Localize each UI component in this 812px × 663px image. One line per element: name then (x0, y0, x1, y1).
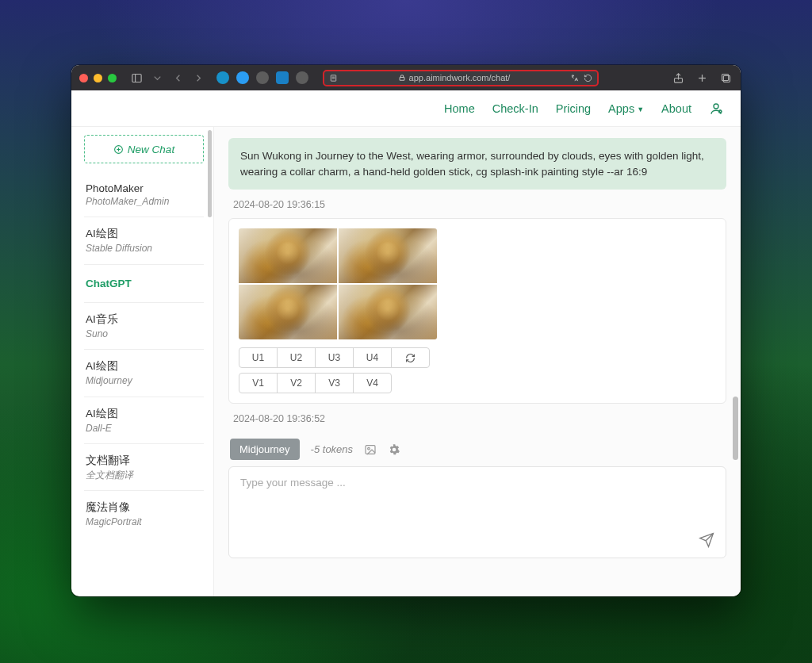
nav-apps[interactable]: Apps ▼ (608, 102, 644, 115)
sidebar-item-title: AI音乐 (86, 312, 202, 327)
sidebar-item-midjourney[interactable]: AI绘图 Midjourney (84, 350, 204, 397)
nav-pricing[interactable]: Pricing (556, 102, 591, 115)
share-icon[interactable] (671, 71, 685, 85)
sidebar-item-chatgpt[interactable]: ChatGPT (84, 265, 204, 303)
refresh-icon (405, 353, 416, 363)
svg-rect-16 (366, 445, 375, 454)
upscale-row: U1 U2 U3 U4 (239, 347, 716, 368)
svg-point-17 (368, 447, 370, 450)
reader-icon (329, 74, 338, 82)
tab-favicon[interactable] (276, 71, 289, 84)
user-prompt-bubble: Sun Wukong in Journey to the West, weari… (228, 138, 726, 190)
reload-icon[interactable] (584, 74, 592, 82)
sidebar: New Chat PhotoMaker PhotoMaker_Admin AI绘… (71, 127, 214, 596)
new-tab-icon[interactable] (695, 71, 709, 85)
gear-icon[interactable] (388, 443, 400, 456)
user-prompt-text: Sun Wukong in Journey to the West, weari… (240, 150, 704, 178)
sidebar-item-title: ChatGPT (86, 278, 202, 289)
tabs-overview-icon[interactable] (718, 71, 733, 85)
generated-image-2[interactable] (339, 228, 437, 283)
sidebar-item-title: AI绘图 (86, 227, 202, 241)
sidebar-item-photomaker[interactable]: PhotoMaker PhotoMaker_Admin (84, 173, 204, 217)
address-bar[interactable]: app.aimindwork.com/chat/ (323, 70, 599, 86)
maximize-window-button[interactable] (108, 74, 117, 82)
v4-button[interactable]: V4 (353, 373, 392, 393)
back-button[interactable] (170, 71, 185, 85)
sidebar-item-sd[interactable]: AI绘图 Stable Diffusion (84, 217, 204, 264)
sidebar-item-dalle[interactable]: AI绘图 Dall-E (84, 397, 204, 444)
sidebar-item-title: 文档翻译 (86, 454, 202, 468)
tab-favicon[interactable] (216, 71, 229, 84)
svg-rect-10 (722, 74, 728, 80)
u2-button[interactable]: U2 (277, 347, 316, 368)
browser-window: app.aimindwork.com/chat/ Home Check- (71, 65, 741, 596)
model-badge[interactable]: Midjourney (230, 439, 300, 460)
tab-favicons (216, 71, 308, 84)
sidebar-item-subtitle: Stable Diffusion (86, 243, 202, 254)
sidebar-item-subtitle: MagicPortrait (86, 516, 202, 527)
user-settings-icon[interactable] (709, 102, 723, 116)
lock-icon (398, 74, 406, 82)
v3-button[interactable]: V3 (315, 373, 354, 393)
caret-down-icon: ▼ (637, 105, 644, 113)
close-window-button[interactable] (79, 74, 88, 82)
generated-image-1[interactable] (239, 228, 337, 283)
sidebar-item-suno[interactable]: AI音乐 Suno (84, 303, 204, 350)
tab-favicon[interactable] (236, 71, 249, 84)
message-composer (228, 466, 726, 558)
sidebar-item-subtitle: 全文档翻译 (86, 469, 202, 481)
u4-button[interactable]: U4 (353, 347, 392, 368)
composer-meta: Midjourney -5 tokens (228, 435, 726, 463)
chevron-down-icon[interactable] (150, 71, 164, 85)
sidebar-item-magicportrait[interactable]: 魔法肖像 MagicPortrait (84, 491, 204, 537)
sidebar-item-title: AI绘图 (86, 359, 202, 374)
nav-apps-label: Apps (608, 102, 634, 115)
url-text: app.aimindwork.com/chat/ (409, 73, 511, 82)
message-input[interactable] (229, 467, 726, 558)
sidebar-item-title: 魔法肖像 (86, 500, 202, 515)
window-controls (79, 74, 117, 82)
u1-button[interactable]: U1 (239, 347, 278, 368)
v2-button[interactable]: V2 (277, 373, 316, 393)
timestamp: 2024-08-20 19:36:15 (233, 199, 726, 210)
plus-circle-icon (113, 144, 124, 155)
nav-home[interactable]: Home (444, 102, 475, 115)
forward-button[interactable] (191, 71, 205, 85)
desktop-wallpaper: app.aimindwork.com/chat/ Home Check- (0, 0, 812, 663)
sidebar-item-doc-translate[interactable]: 文档翻译 全文档翻译 (84, 444, 204, 491)
tab-favicon[interactable] (296, 71, 308, 84)
generated-image-grid[interactable] (239, 228, 437, 339)
generated-image-4[interactable] (339, 285, 437, 339)
svg-rect-0 (132, 74, 140, 82)
reroll-button[interactable] (391, 347, 430, 368)
browser-toolbar: app.aimindwork.com/chat/ (71, 65, 741, 90)
svg-point-11 (714, 104, 718, 109)
send-icon[interactable] (699, 532, 714, 548)
app-navbar: Home Check-In Pricing Apps ▼ About (71, 90, 741, 127)
image-icon[interactable] (364, 443, 377, 456)
svg-rect-9 (723, 75, 730, 82)
minimize-window-button[interactable] (94, 74, 102, 82)
u3-button[interactable]: U3 (315, 347, 354, 368)
sidebar-item-subtitle: Suno (86, 328, 202, 339)
tab-favicon[interactable] (256, 71, 269, 84)
v1-button[interactable]: V1 (239, 373, 278, 393)
sidebar-item-subtitle: Midjourney (86, 375, 202, 386)
timestamp: 2024-08-20 19:36:52 (233, 413, 726, 424)
new-chat-button[interactable]: New Chat (84, 135, 204, 163)
chat-main: Sun Wukong in Journey to the West, weari… (214, 127, 741, 596)
new-chat-label: New Chat (128, 144, 174, 155)
generated-image-3[interactable] (239, 285, 337, 339)
sidebar-item-subtitle: Dall-E (86, 423, 202, 434)
generation-result-card: U1 U2 U3 U4 V1 V2 V3 V4 (228, 218, 726, 404)
sidebar-toggle-icon[interactable] (129, 71, 144, 85)
svg-rect-5 (400, 78, 404, 81)
app-body: New Chat PhotoMaker PhotoMaker_Admin AI绘… (71, 127, 741, 596)
nav-about[interactable]: About (661, 102, 691, 115)
variation-row: V1 V2 V3 V4 (239, 373, 716, 393)
token-cost: -5 tokens (311, 443, 353, 455)
translate-icon[interactable] (570, 74, 579, 82)
sidebar-item-title: PhotoMaker (86, 182, 202, 194)
nav-checkin[interactable]: Check-In (492, 102, 538, 115)
sidebar-item-subtitle: PhotoMaker_Admin (86, 196, 202, 207)
